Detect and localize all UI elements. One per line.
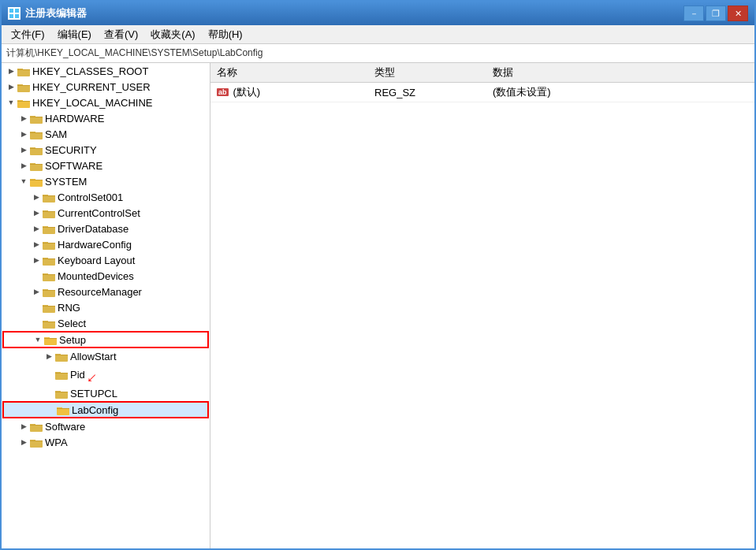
folder-icon-hkcr — [17, 66, 30, 76]
expand-controlset001[interactable]: ▶ — [30, 191, 43, 203]
svg-rect-61 — [55, 373, 68, 380]
expand-setup[interactable]: ▼ — [32, 333, 44, 346]
expand-hardware[interactable]: ▶ — [17, 112, 30, 124]
tree-item-setup[interactable]: ▼ Setup — [3, 332, 208, 347]
tree-item-resourcemanager[interactable]: ▶ ResourceManager — [2, 284, 210, 299]
table-row[interactable]: ab (默认) REG_SZ (数值未设置) — [210, 83, 754, 102]
label-rng: RNG — [58, 302, 80, 314]
tree-item-wpa[interactable]: ▶ WPA — [2, 434, 210, 450]
tree-item-hkcr[interactable]: ▶ HKEY_CLASSES_ROOT — [2, 63, 210, 79]
reg-value-icon: ab (默认) — [217, 85, 260, 99]
tree-item-sam[interactable]: ▶ SAM — [2, 126, 210, 142]
expand-hkcr[interactable]: ▶ — [5, 65, 17, 77]
folder-icon-select — [43, 318, 55, 329]
close-button[interactable]: ✕ — [728, 6, 748, 21]
svg-rect-37 — [43, 243, 55, 250]
folder-icon-software — [30, 422, 43, 432]
tree-item-security[interactable]: ▶ SECURITY — [2, 142, 210, 158]
tree-item-hardwareconfig[interactable]: ▶ HardwareConfig — [2, 236, 210, 252]
address-bar: 计算机\HKEY_LOCAL_MACHINE\SYSTEM\Setup\LabC… — [2, 44, 754, 63]
svg-rect-24 — [30, 164, 43, 165]
tree-item-software-hklm[interactable]: ▶ SOFTWARE — [2, 158, 210, 173]
minimize-button[interactable]: － — [683, 6, 704, 21]
label-labconfig: LabConfig — [72, 404, 118, 416]
folder-icon-rng — [43, 303, 55, 313]
svg-rect-69 — [57, 408, 69, 409]
svg-rect-67 — [57, 408, 69, 415]
expand-resourcemanager[interactable]: ▶ — [30, 285, 43, 298]
svg-rect-25 — [30, 180, 43, 187]
expand-software[interactable]: ▶ — [17, 420, 30, 433]
svg-rect-49 — [43, 306, 55, 313]
menu-help[interactable]: 帮助(H) — [202, 26, 249, 43]
expand-software-hklm[interactable]: ▶ — [17, 159, 30, 172]
label-system: SYSTEM — [45, 176, 87, 188]
expand-allowstart[interactable]: ▶ — [43, 350, 55, 362]
svg-rect-3 — [15, 14, 19, 18]
menu-bar: 文件(F) 编辑(E) 查看(V) 收藏夹(A) 帮助(H) — [2, 25, 754, 44]
tree-item-controlset001[interactable]: ▶ ControlSet001 — [2, 189, 210, 205]
expand-hkcu[interactable]: ▶ — [5, 80, 17, 93]
main-content: ▶ HKEY_CLASSES_ROOT ▶ HKEY_CURRENT_USER … — [2, 63, 754, 548]
expand-security[interactable]: ▶ — [17, 143, 30, 156]
tree-item-hkcu[interactable]: ▶ HKEY_CURRENT_USER — [2, 79, 210, 95]
tree-item-rng[interactable]: RNG — [2, 299, 210, 315]
svg-rect-70 — [30, 425, 43, 432]
title-bar: 注册表编辑器 － ❐ ✕ — [2, 2, 754, 25]
tree-item-driverdatabase[interactable]: ▶ DriverDatabase — [2, 221, 210, 236]
menu-favorites[interactable]: 收藏夹(A) — [144, 26, 201, 43]
address-text: 计算机\HKEY_LOCAL_MACHINE\SYSTEM\Setup\LabC… — [6, 46, 263, 60]
folder-icon-keyboardlayout — [43, 255, 55, 266]
svg-rect-22 — [30, 164, 43, 171]
expand-keyboardlayout[interactable]: ▶ — [30, 254, 43, 266]
tree-item-hardware[interactable]: ▶ HARDWARE — [2, 110, 210, 126]
menu-view[interactable]: 查看(V) — [98, 26, 144, 43]
tree-item-mounteddevices[interactable]: MountedDevices — [2, 268, 210, 284]
svg-rect-27 — [30, 180, 43, 180]
tree-panel[interactable]: ▶ HKEY_CLASSES_ROOT ▶ HKEY_CURRENT_USER … — [2, 63, 210, 548]
svg-rect-28 — [43, 195, 55, 203]
svg-rect-43 — [43, 274, 55, 281]
expand-system[interactable]: ▼ — [17, 175, 30, 188]
svg-rect-40 — [43, 258, 55, 266]
row-name-text: (默认) — [233, 85, 261, 99]
svg-rect-10 — [17, 101, 30, 108]
expand-driverdatabase[interactable]: ▶ — [30, 222, 43, 235]
expand-wpa[interactable]: ▶ — [17, 436, 30, 448]
svg-rect-52 — [43, 321, 55, 329]
label-setupcl: SETUPCL — [70, 388, 117, 399]
svg-rect-6 — [17, 69, 30, 70]
tree-item-select[interactable]: Select — [2, 315, 210, 331]
folder-icon-setup — [44, 335, 57, 345]
tree-item-hklm[interactable]: ▼ HKEY_LOCAL_MACHINE — [2, 95, 210, 110]
menu-edit[interactable]: 编辑(E) — [51, 26, 98, 43]
tree-item-currentcontrolset[interactable]: ▶ CurrentControlSet — [2, 205, 210, 221]
row-name: ab (默认) — [210, 83, 368, 102]
svg-rect-63 — [55, 373, 68, 373]
menu-file[interactable]: 文件(F) — [5, 26, 51, 43]
expand-pid-placeholder — [43, 369, 55, 381]
tree-item-allowstart[interactable]: ▶ AllowStart — [2, 348, 210, 364]
svg-rect-51 — [43, 306, 55, 307]
expand-hklm[interactable]: ▼ — [5, 96, 17, 109]
tree-item-software[interactable]: ▶ Software — [2, 418, 210, 434]
folder-icon-pid — [55, 370, 68, 380]
expand-currentcontrolset[interactable]: ▶ — [30, 206, 43, 219]
restore-button[interactable]: ❐ — [706, 6, 726, 21]
tree-item-pid[interactable]: Pid ↓ — [2, 364, 210, 385]
svg-rect-73 — [30, 440, 43, 448]
svg-rect-46 — [43, 290, 55, 297]
expand-sam[interactable]: ▶ — [17, 128, 30, 140]
row-data: (数值未设置) — [486, 83, 754, 102]
title-controls: － ❐ ✕ — [683, 6, 748, 21]
svg-rect-66 — [55, 392, 68, 392]
tree-item-setupcl[interactable]: SETUPCL — [2, 385, 210, 401]
registry-table: 名称 类型 数据 ab (默认) REG_SZ — [210, 63, 754, 102]
label-allowstart: AllowStart — [70, 351, 117, 362]
tree-item-keyboardlayout[interactable]: ▶ Keyboard Layout — [2, 252, 210, 268]
expand-mounteddevices-placeholder — [30, 269, 43, 282]
svg-rect-13 — [30, 117, 43, 124]
tree-item-labconfig[interactable]: LabConfig — [3, 402, 208, 418]
tree-item-system[interactable]: ▼ SYSTEM — [2, 173, 210, 189]
expand-hardwareconfig[interactable]: ▶ — [30, 238, 43, 251]
